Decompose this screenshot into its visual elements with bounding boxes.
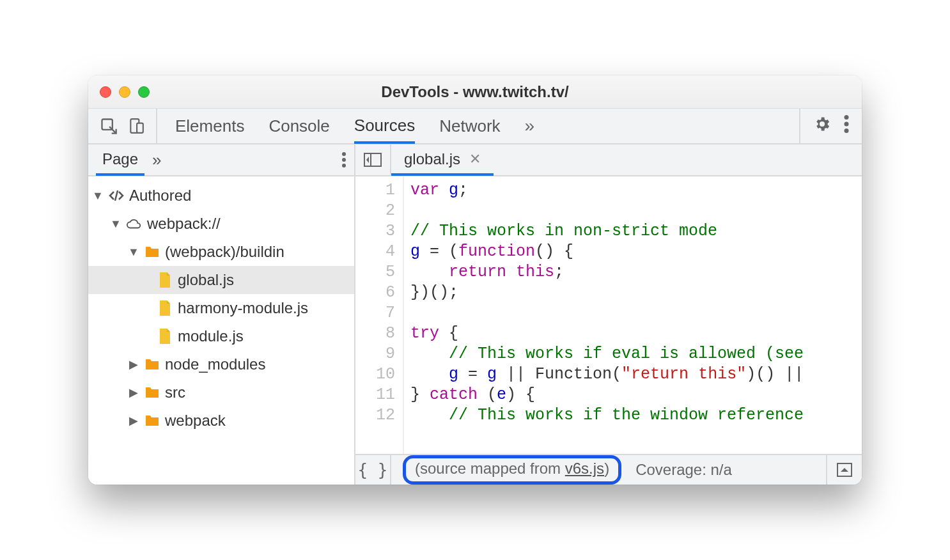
tree-file-module[interactable]: module.js — [88, 322, 354, 350]
chevron-down-icon — [110, 217, 121, 231]
code-icon — [109, 188, 124, 203]
svg-point-4 — [845, 122, 849, 127]
cloud-icon — [127, 216, 142, 231]
toggle-navigator-icon[interactable] — [355, 144, 391, 175]
tree-label: harmony-module.js — [178, 299, 308, 317]
js-file-icon — [157, 329, 173, 344]
svg-point-3 — [845, 115, 849, 120]
tab-sources[interactable]: Sources — [354, 109, 415, 144]
chevron-down-icon — [128, 245, 139, 259]
tree-folder-webpack[interactable]: webpack — [88, 407, 354, 435]
chevron-right-icon — [128, 414, 139, 428]
tree-label: Authored — [129, 187, 191, 205]
open-file-name: global.js — [404, 150, 460, 168]
device-toolbar-icon[interactable] — [128, 118, 144, 134]
navigator-tabs: Page » — [88, 144, 355, 175]
tab-network[interactable]: Network — [439, 109, 500, 143]
sources-sub-toolbar: Page » global.js ✕ — [88, 144, 862, 176]
devtools-window: DevTools - www.twitch.tv/ Elements Conso… — [88, 75, 862, 485]
titlebar: DevTools - www.twitch.tv/ — [88, 75, 862, 109]
folder-icon — [144, 357, 160, 372]
chevron-right-icon — [128, 385, 139, 400]
chevron-down-icon — [92, 189, 104, 203]
tree-file-harmony[interactable]: harmony-module.js — [88, 294, 354, 322]
editor-statusbar: { } (source mapped from v6s.js) Coverage… — [355, 454, 862, 485]
close-file-icon[interactable]: ✕ — [469, 151, 481, 167]
tree-label: webpack:// — [147, 215, 221, 233]
line-gutter: 123456789101112 — [355, 176, 404, 454]
source-mapped-note[interactable]: (source mapped from v6s.js) — [403, 455, 621, 485]
js-file-icon — [157, 300, 173, 316]
tab-elements[interactable]: Elements — [175, 109, 244, 143]
source-map-link[interactable]: v6s.js — [565, 460, 604, 477]
kebab-menu-icon[interactable] — [844, 115, 849, 137]
svg-point-6 — [342, 152, 346, 156]
chevron-right-icon — [128, 357, 139, 371]
sources-main: Authored webpack:// (webpack)/buildin — [88, 176, 862, 485]
inspect-element-icon[interactable] — [100, 117, 118, 135]
svg-point-7 — [342, 158, 346, 162]
code-editor: 123456789101112 var g; // This works in … — [355, 176, 862, 485]
tree-label: node_modules — [165, 355, 265, 373]
tree-label: (webpack)/buildin — [165, 243, 284, 261]
tab-console[interactable]: Console — [269, 109, 329, 143]
tree-label: global.js — [178, 271, 234, 289]
svg-point-8 — [342, 164, 346, 167]
navigator-more-button[interactable]: » — [152, 150, 161, 170]
folder-icon — [144, 385, 160, 400]
tree-label: module.js — [178, 327, 244, 345]
svg-point-5 — [845, 128, 849, 133]
settings-icon[interactable] — [813, 115, 831, 137]
tree-folder-buildin[interactable]: (webpack)/buildin — [88, 238, 354, 266]
code-content[interactable]: var g; // This works in non-strict modeg… — [404, 176, 862, 454]
main-toolbar: Elements Console Sources Network » — [88, 109, 862, 144]
navigator-menu-icon[interactable] — [341, 152, 347, 171]
file-tree[interactable]: Authored webpack:// (webpack)/buildin — [88, 176, 355, 485]
navigator-tab-page[interactable]: Page — [96, 145, 144, 176]
folder-icon — [144, 413, 160, 428]
tree-folder-node-modules[interactable]: node_modules — [88, 350, 354, 378]
tree-label: webpack — [165, 412, 226, 430]
show-drawer-button[interactable] — [826, 455, 862, 485]
window-title: DevTools - www.twitch.tv/ — [88, 83, 862, 101]
coverage-status: Coverage: n/a — [635, 461, 732, 479]
open-file-tab[interactable]: global.js ✕ — [391, 145, 494, 176]
pretty-print-button[interactable]: { } — [355, 455, 391, 485]
tree-root-authored[interactable]: Authored — [88, 182, 354, 210]
tree-webpack-scheme[interactable]: webpack:// — [88, 210, 354, 238]
tree-file-global[interactable]: global.js — [88, 266, 354, 294]
tree-label: src — [165, 384, 185, 401]
folder-icon — [144, 244, 160, 260]
svg-rect-2 — [137, 123, 143, 133]
tree-folder-src[interactable]: src — [88, 378, 354, 407]
js-file-icon — [157, 272, 173, 288]
more-tabs-button[interactable]: » — [525, 116, 541, 136]
